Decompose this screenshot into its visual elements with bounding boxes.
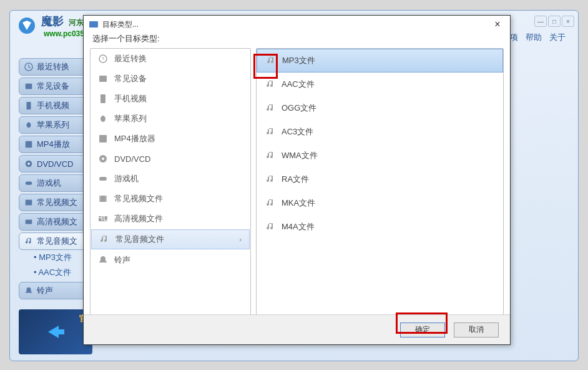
device-icon [98, 74, 108, 84]
music-note-icon [265, 151, 275, 161]
menu-about[interactable]: 关于 [549, 32, 566, 43]
maximize-button[interactable]: □ [548, 16, 561, 27]
hd-icon: HD [98, 214, 108, 224]
close-button[interactable]: × [562, 16, 574, 27]
device-icon [24, 82, 33, 91]
dialog-footer: 确定 取消 [84, 314, 510, 344]
apple-icon [24, 121, 33, 129]
sidebar-item-apple[interactable]: 苹果系列 [19, 116, 94, 134]
category-dvd[interactable]: DVD/VCD [91, 149, 250, 169]
clock-icon [98, 54, 108, 64]
gamepad-icon [24, 179, 33, 188]
music-note-icon [265, 79, 275, 89]
main-menubar: 项 帮助 关于 [510, 32, 566, 43]
music-note-icon [265, 222, 275, 232]
music-note-icon [265, 174, 275, 184]
format-list: MP3文件 AAC文件 OGG文件 AC3文件 WMA文件 RA文件 MKA文件… [256, 48, 504, 318]
svg-text:HD: HD [98, 214, 108, 222]
category-video[interactable]: 常见视频文件 [91, 189, 250, 209]
music-note-icon [265, 127, 275, 137]
sidebar-item-mobile[interactable]: 手机视频 [19, 97, 94, 114]
dialog-icon [89, 19, 99, 29]
svg-rect-3 [27, 102, 31, 109]
apple-icon [98, 114, 108, 124]
dialog-subtitle: 选择一个目标类型: [84, 33, 510, 48]
format-mp3[interactable]: MP3文件 [257, 49, 503, 72]
svg-rect-7 [26, 181, 32, 184]
sidebar-item-devices[interactable]: 常见设备 [19, 78, 94, 95]
dialog-body: 最近转换 常见设备 手机视频 苹果系列 MP4播放器 DVD/VCD 游戏机 常… [84, 48, 510, 318]
ok-button[interactable]: 确定 [400, 322, 445, 338]
format-ra[interactable]: RA文件 [257, 168, 503, 191]
category-list: 最近转换 常见设备 手机视频 苹果系列 MP4播放器 DVD/VCD 游戏机 常… [90, 48, 251, 318]
format-mka[interactable]: MKA文件 [257, 191, 503, 215]
window-controls: — □ × [534, 16, 574, 27]
svg-point-6 [27, 162, 30, 165]
format-aac[interactable]: AAC文件 [257, 72, 503, 96]
category-hd[interactable]: HD高清视频文件 [91, 209, 250, 229]
sidebar-item-game[interactable]: 游戏机 [19, 174, 94, 192]
svg-rect-4 [26, 141, 32, 148]
svg-rect-12 [99, 76, 107, 82]
target-type-dialog: 目标类型... × 选择一个目标类型: 最近转换 常见设备 手机视频 苹果系列 … [83, 15, 511, 345]
bell-icon [98, 255, 108, 265]
svg-rect-13 [100, 94, 105, 103]
minimize-button[interactable]: — [534, 16, 547, 27]
sidebar-sub-mp3[interactable]: • MP3文件 [19, 252, 94, 263]
dialog-title: 目标类型... [102, 19, 490, 30]
format-ac3[interactable]: AC3文件 [257, 120, 503, 144]
mp4-icon [24, 140, 33, 149]
svg-rect-10 [89, 21, 98, 28]
sidebar-item-mp4[interactable]: MP4播放 [19, 136, 94, 153]
category-mobile[interactable]: 手机视频 [91, 89, 250, 109]
category-apple[interactable]: 苹果系列 [91, 109, 250, 129]
category-game[interactable]: 游戏机 [91, 169, 250, 189]
menu-help[interactable]: 帮助 [526, 32, 542, 43]
sidebar-item-audio[interactable]: 常见音频文 [19, 232, 94, 250]
film-icon [24, 198, 33, 207]
menu-options[interactable]: 项 [510, 32, 518, 43]
disc-icon [98, 154, 108, 164]
gamepad-icon [98, 174, 108, 184]
music-note-icon [265, 198, 275, 208]
svg-rect-8 [26, 200, 32, 206]
cancel-button[interactable]: 取消 [454, 322, 499, 338]
app-title: 魔影 [41, 15, 64, 28]
svg-rect-14 [99, 135, 107, 142]
sidebar-item-ringtone[interactable]: 铃声 [19, 282, 94, 299]
sidebar-item-dvd[interactable]: DVD/VCD [19, 155, 94, 172]
category-devices[interactable]: 常见设备 [91, 69, 250, 89]
music-note-icon [24, 237, 33, 246]
category-mp4[interactable]: MP4播放器 [91, 129, 250, 149]
category-ringtone[interactable]: 铃声 [91, 250, 250, 270]
format-wma[interactable]: WMA文件 [257, 144, 503, 168]
format-ogg[interactable]: OGG文件 [257, 96, 503, 120]
promo-banner[interactable]: 官 [19, 309, 92, 354]
sidebar-item-hd[interactable]: 高清视频文 [19, 213, 94, 231]
left-sidebar: 最近转换 常见设备 手机视频 苹果系列 MP4播放 DVD/VCD 游戏机 常见… [19, 58, 94, 301]
svg-rect-17 [99, 177, 107, 181]
app-logo-icon [17, 16, 36, 35]
phone-icon [98, 94, 108, 104]
sidebar-item-recent[interactable]: 最近转换 [19, 58, 94, 76]
dialog-close-button[interactable]: × [490, 17, 505, 32]
format-m4a[interactable]: M4A文件 [257, 215, 503, 239]
svg-rect-20 [105, 196, 107, 202]
category-audio[interactable]: 常见音频文件› [91, 229, 250, 249]
sidebar-item-video[interactable]: 常见视频文 [19, 194, 94, 211]
music-note-icon [265, 103, 275, 113]
bell-icon [24, 286, 33, 295]
mp4-icon [98, 134, 108, 144]
promo-arrow-icon [43, 319, 68, 344]
music-note-icon [99, 234, 109, 244]
hd-icon [24, 218, 33, 226]
dialog-titlebar: 目标类型... × [84, 16, 510, 33]
svg-rect-19 [99, 196, 100, 202]
phone-icon [24, 101, 33, 110]
chevron-right-icon: › [239, 236, 242, 243]
sidebar-sub-aac[interactable]: • AAC文件 [19, 267, 94, 278]
category-recent[interactable]: 最近转换 [91, 49, 250, 69]
svg-rect-2 [26, 84, 32, 89]
music-note-icon [266, 56, 276, 66]
svg-point-16 [102, 158, 104, 160]
